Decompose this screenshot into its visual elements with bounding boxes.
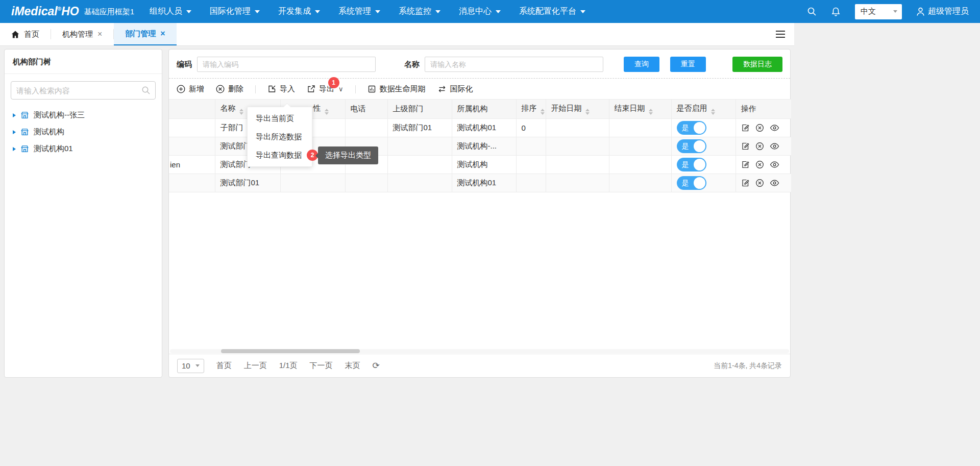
tree-item[interactable]: 测试机构--张三 bbox=[5, 107, 162, 124]
caret-down-icon bbox=[375, 10, 380, 13]
edit-icon[interactable] bbox=[741, 142, 750, 151]
col-enabled[interactable]: 是否启用 bbox=[671, 100, 736, 119]
bell-icon[interactable] bbox=[831, 7, 841, 17]
cell-start-date bbox=[546, 156, 609, 174]
code-input[interactable] bbox=[197, 57, 376, 72]
cell-code bbox=[169, 119, 215, 137]
menu-dev-integration[interactable]: 开发集成 bbox=[278, 6, 320, 17]
sort-icon[interactable] bbox=[649, 109, 653, 115]
chevron-down-icon: ∨ bbox=[338, 85, 344, 93]
prev-page-link[interactable]: 上一页 bbox=[244, 361, 267, 371]
col-end-date[interactable]: 结束日期 bbox=[609, 100, 671, 119]
horizontal-scrollbar[interactable] bbox=[170, 349, 789, 353]
x-circle-icon bbox=[216, 85, 225, 93]
menu-config-platform[interactable]: 系统配置化平台 bbox=[519, 6, 585, 17]
expand-caret-icon[interactable] bbox=[13, 147, 16, 151]
col-sort[interactable]: 排序 bbox=[516, 100, 546, 119]
disable-icon[interactable] bbox=[755, 142, 764, 151]
user-menu[interactable]: 超级管理员 bbox=[916, 6, 969, 17]
toolbar-divider bbox=[255, 85, 256, 93]
home-icon bbox=[11, 31, 19, 38]
disable-icon[interactable] bbox=[755, 179, 764, 187]
language-select[interactable]: 中文 bbox=[855, 4, 902, 19]
view-icon[interactable] bbox=[770, 179, 779, 187]
tab-home[interactable]: 首页 bbox=[0, 23, 51, 45]
disable-icon[interactable] bbox=[755, 124, 764, 132]
export-icon bbox=[307, 85, 315, 93]
reset-button[interactable]: 重置 bbox=[670, 57, 706, 72]
col-parent-dept[interactable]: 上级部门 bbox=[387, 100, 452, 119]
tab-org-mgmt[interactable]: 机构管理 × bbox=[51, 23, 113, 45]
col-code[interactable] bbox=[169, 100, 215, 119]
enable-toggle[interactable]: 是 bbox=[677, 139, 706, 153]
sort-icon[interactable] bbox=[585, 109, 590, 115]
menu-message-center[interactable]: 消息中心 bbox=[459, 6, 501, 17]
view-icon[interactable] bbox=[770, 142, 779, 150]
expand-caret-icon[interactable] bbox=[13, 130, 16, 134]
edit-icon[interactable] bbox=[741, 179, 750, 187]
name-input[interactable] bbox=[425, 57, 603, 72]
close-icon[interactable]: × bbox=[97, 30, 102, 38]
sort-icon[interactable] bbox=[239, 109, 243, 115]
page-size-select[interactable]: 10 bbox=[177, 359, 204, 373]
sort-icon[interactable] bbox=[711, 109, 715, 115]
col-start-date[interactable]: 开始日期 bbox=[546, 100, 609, 119]
col-organization[interactable]: 所属机构 bbox=[452, 100, 516, 119]
cell-phone bbox=[345, 174, 387, 192]
enable-toggle[interactable]: 是 bbox=[677, 121, 706, 135]
export-button[interactable]: 1 导出 ∨ bbox=[307, 84, 344, 94]
plus-circle-icon bbox=[177, 85, 185, 93]
close-icon[interactable]: × bbox=[160, 30, 165, 38]
toggle-knob bbox=[694, 122, 705, 134]
tree-item[interactable]: 测试机构 bbox=[5, 124, 162, 140]
import-button[interactable]: 导入 bbox=[267, 84, 295, 94]
first-page-link[interactable]: 首页 bbox=[216, 361, 232, 371]
col-phone[interactable]: 电话 bbox=[345, 100, 387, 119]
table-row[interactable]: 测试部门01 测试机构01 是 bbox=[169, 174, 791, 192]
enable-toggle[interactable]: 是 bbox=[677, 158, 706, 171]
expand-caret-icon[interactable] bbox=[13, 113, 16, 117]
cell-sort bbox=[516, 137, 546, 156]
menu-i18n-mgmt[interactable]: 国际化管理 bbox=[210, 6, 260, 17]
sort-icon[interactable] bbox=[541, 109, 545, 115]
search-icon[interactable] bbox=[807, 7, 817, 16]
organization-icon bbox=[20, 128, 29, 136]
tab-dept-mgmt[interactable]: 部门管理 × bbox=[114, 23, 176, 45]
record-summary: 当前1-4条, 共4条记录 bbox=[714, 361, 782, 371]
sidebar-title: 机构部门树 bbox=[5, 50, 162, 74]
menu-system-mgmt[interactable]: 系统管理 bbox=[338, 6, 380, 17]
export-query-item[interactable]: 导出查询数据 2 bbox=[248, 146, 312, 164]
data-lifecycle-button[interactable]: 数据生命周期 bbox=[368, 84, 426, 94]
tree-item[interactable]: 测试机构01 bbox=[5, 140, 162, 157]
i18n-button[interactable]: 国际化 bbox=[437, 84, 473, 94]
cell-phone bbox=[345, 119, 387, 137]
export-selected-item[interactable]: 导出所选数据 bbox=[248, 128, 312, 146]
data-log-button[interactable]: 数据日志 bbox=[732, 57, 782, 72]
query-button[interactable]: 查询 bbox=[624, 57, 659, 72]
add-button[interactable]: 新增 bbox=[177, 84, 204, 94]
export-current-page-item[interactable]: 导出当前页 bbox=[248, 109, 312, 128]
current-page-indicator: 1/1页 bbox=[279, 361, 298, 371]
cell-organization: 测试机构01 bbox=[452, 174, 516, 192]
next-page-link[interactable]: 下一页 bbox=[310, 361, 333, 371]
export-dropdown-menu: 导出当前页 导出所选数据 导出查询数据 2 bbox=[247, 107, 312, 167]
sort-icon[interactable] bbox=[325, 109, 329, 115]
cell-parent-dept bbox=[387, 156, 452, 174]
last-page-link[interactable]: 末页 bbox=[345, 361, 360, 371]
delete-button[interactable]: 删除 bbox=[216, 84, 243, 94]
refresh-icon[interactable]: ⟳ bbox=[373, 360, 380, 371]
tree-search-input[interactable] bbox=[11, 81, 156, 100]
edit-icon[interactable] bbox=[741, 160, 750, 169]
disable-icon[interactable] bbox=[755, 160, 764, 169]
organization-icon bbox=[20, 144, 29, 153]
enable-toggle[interactable]: 是 bbox=[677, 176, 706, 190]
scrollbar-thumb[interactable] bbox=[221, 349, 360, 353]
menu-org-people[interactable]: 组织人员 bbox=[150, 6, 191, 17]
edit-icon[interactable] bbox=[741, 124, 750, 132]
menu-icon[interactable] bbox=[767, 23, 794, 45]
organization-icon bbox=[20, 111, 29, 119]
menu-system-monitor[interactable]: 系统监控 bbox=[399, 6, 440, 17]
cell-end-date bbox=[609, 137, 671, 156]
view-icon[interactable] bbox=[770, 124, 779, 132]
view-icon[interactable] bbox=[770, 161, 779, 168]
